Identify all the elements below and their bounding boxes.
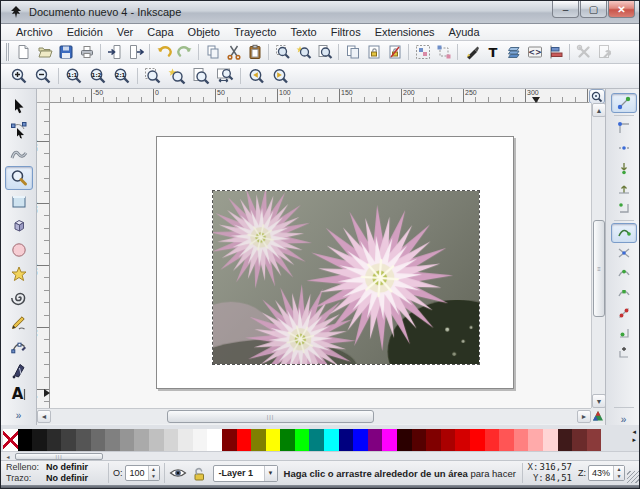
palette-swatch[interactable] xyxy=(222,429,237,451)
menu-item[interactable]: Filtros xyxy=(324,25,368,39)
tool-pencil[interactable] xyxy=(5,310,33,334)
import-button[interactable] xyxy=(104,42,125,62)
palette-swatch[interactable] xyxy=(149,429,164,451)
fill-stroke-dialog-button[interactable] xyxy=(461,42,482,62)
scroll-left-button[interactable]: ◄ xyxy=(37,410,51,423)
palette-swatch[interactable] xyxy=(134,429,149,451)
palette-scroll-left-icon[interactable]: ◂ xyxy=(632,428,636,436)
zoom-up-icon[interactable]: ▲ xyxy=(614,466,624,473)
print-button[interactable] xyxy=(76,42,97,62)
minimize-button[interactable]: – xyxy=(552,1,579,18)
tool-node-editor[interactable] xyxy=(5,118,33,142)
palette-swatch[interactable] xyxy=(368,429,383,451)
horizontal-ruler[interactable]: -50050100150200250300350 xyxy=(50,89,589,103)
palette-swatch[interactable] xyxy=(382,429,397,451)
toolbox-overflow-button[interactable]: » xyxy=(16,410,22,421)
window-resize-grip[interactable] xyxy=(627,471,639,483)
snap-midpoints-button[interactable] xyxy=(611,303,637,323)
palette-swatch[interactable] xyxy=(353,429,368,451)
menu-item[interactable]: Objeto xyxy=(181,25,227,39)
snap-bbox-corners-button[interactable] xyxy=(611,158,637,178)
paste-button[interactable] xyxy=(244,42,265,62)
palette-swatch[interactable] xyxy=(105,429,120,451)
zoom-next-button[interactable] xyxy=(268,65,292,87)
palette-swatch[interactable] xyxy=(470,429,485,451)
snap-rotation-centers-button[interactable] xyxy=(611,343,637,363)
palette-swatch[interactable] xyxy=(193,429,208,451)
create-clone-button[interactable] xyxy=(363,42,384,62)
xml-editor-button[interactable]: <> xyxy=(524,42,545,62)
vertical-scrollbar[interactable]: ▲ ≡ ▼ xyxy=(591,103,605,408)
group-button[interactable] xyxy=(412,42,433,62)
selected-image[interactable] xyxy=(212,190,480,365)
layer-dropdown-icon[interactable]: ▼ xyxy=(264,466,277,481)
tool-calligraphy[interactable] xyxy=(5,358,33,382)
zoom-to-selection-button[interactable] xyxy=(272,42,293,62)
vertical-ruler[interactable]: 200150100500 xyxy=(37,103,50,408)
palette-swatch[interactable] xyxy=(455,429,470,451)
opacity-down-icon[interactable]: ▼ xyxy=(149,473,159,480)
scroll-right-button[interactable]: ► xyxy=(577,410,591,423)
text-dialog-button[interactable]: T xyxy=(482,42,503,62)
tool-tweak[interactable] xyxy=(5,142,33,166)
align-dialog-button[interactable] xyxy=(545,42,566,62)
menu-item[interactable]: Texto xyxy=(283,25,323,39)
snap-object-centers-button[interactable] xyxy=(611,323,637,343)
palette-swatch[interactable] xyxy=(441,429,456,451)
palette-scrollbar-left-button[interactable]: ◄ xyxy=(3,453,13,460)
zoom-drawing-button[interactable] xyxy=(165,65,189,87)
palette-scroll-arrows[interactable]: ◂ ▸ xyxy=(629,425,639,447)
snap-path-intersections-button[interactable] xyxy=(611,243,637,263)
palette-swatch[interactable] xyxy=(499,429,514,451)
palette-swatch[interactable] xyxy=(485,429,500,451)
duplicate-button[interactable] xyxy=(342,42,363,62)
maximize-button[interactable]: ▢ xyxy=(580,1,607,18)
menu-item[interactable]: Trayecto xyxy=(227,25,283,39)
palette-swatch[interactable] xyxy=(266,429,281,451)
palette-swatch[interactable] xyxy=(514,429,529,451)
ungroup-button[interactable] xyxy=(433,42,454,62)
save-document-button[interactable] xyxy=(55,42,76,62)
menu-item[interactable]: Capa xyxy=(140,25,180,39)
tool-ellipse[interactable] xyxy=(5,238,33,262)
palette-swatch[interactable] xyxy=(324,429,339,451)
zoom-1-1-button[interactable]: 1:1 xyxy=(62,65,86,87)
zoom-out-button[interactable] xyxy=(31,65,55,87)
tool-text[interactable]: A xyxy=(5,382,33,406)
palette-swatch[interactable] xyxy=(572,429,587,451)
opacity-up-icon[interactable]: ▲ xyxy=(149,466,159,473)
redo-button[interactable] xyxy=(174,42,195,62)
scroll-down-button[interactable]: ▼ xyxy=(592,394,606,408)
new-document-button[interactable] xyxy=(13,42,34,62)
palette-swatch[interactable] xyxy=(18,429,33,451)
palette-swatch[interactable] xyxy=(587,429,602,451)
palette-swatch[interactable] xyxy=(397,429,412,451)
snapbar-overflow-button[interactable]: » xyxy=(621,414,627,425)
tool-spiral[interactable] xyxy=(5,286,33,310)
snap-cusp-nodes-button[interactable] xyxy=(611,263,637,283)
palette-scroll-right-icon[interactable]: ▸ xyxy=(632,436,636,444)
palette-swatch[interactable] xyxy=(47,429,62,451)
canvas-corner-button[interactable] xyxy=(589,89,605,104)
canvas[interactable] xyxy=(50,103,591,408)
tool-star[interactable] xyxy=(5,262,33,286)
palette-scrollbar[interactable]: ◄ III xyxy=(1,451,640,460)
layers-dialog-button[interactable] xyxy=(503,42,524,62)
palette-scrollbar-thumb[interactable]: III xyxy=(15,453,103,460)
palette-swatch[interactable] xyxy=(309,429,324,451)
menu-item[interactable]: Extensiones xyxy=(368,25,442,39)
export-button[interactable] xyxy=(125,42,146,62)
toolbar-grip[interactable] xyxy=(6,43,10,61)
zoom-in-button[interactable] xyxy=(7,65,31,87)
palette-swatch[interactable] xyxy=(91,429,106,451)
menu-item[interactable]: Ver xyxy=(110,25,141,39)
tool-zoom[interactable] xyxy=(5,166,33,190)
cut-button[interactable] xyxy=(223,42,244,62)
menu-item[interactable]: Ayuda xyxy=(442,25,487,39)
snap-bbox-edges-button[interactable] xyxy=(611,138,637,158)
palette-swatch[interactable] xyxy=(339,429,354,451)
layer-lock-icon[interactable] xyxy=(191,466,207,481)
zoom-1-2-button[interactable]: 1:2 xyxy=(86,65,110,87)
fill-stroke-indicator[interactable]: Relleno: No definir Trazo: No definir xyxy=(1,462,104,484)
close-button[interactable]: ✕ xyxy=(608,1,635,18)
